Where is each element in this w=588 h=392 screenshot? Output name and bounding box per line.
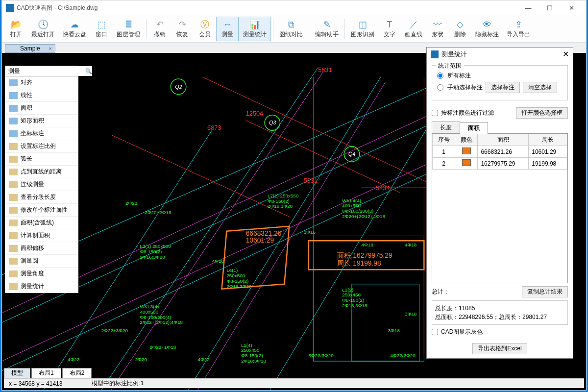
app-icon — [6, 4, 14, 12]
toolbar: 📂打开🕓最近打开☁快看云盘⬚窗口≣图层管理↶撤销↷恢复Ⓥ会员↔测量📊测量统计⧉图… — [2, 15, 586, 43]
toolbar-vip-button[interactable]: Ⓥ会员 — [194, 17, 216, 41]
sidebar-item-label: 坐标标注 — [21, 129, 44, 138]
open-color-picker-button[interactable]: 打开颜色选择框 — [516, 107, 568, 119]
toolbar-cloud-button[interactable]: ☁快看云盘 — [59, 17, 90, 41]
sidebar-item-13[interactable]: 面积偏移 — [5, 242, 78, 255]
sidebar-item-12[interactable]: 计算侧面积 — [5, 229, 78, 242]
panel-close-button[interactable]: ✕ — [563, 49, 569, 59]
sidebar-item-3[interactable]: 矩形面积 — [5, 115, 78, 127]
svg-text:Φ8-100/200(3): Φ8-100/200(3) — [342, 208, 373, 214]
sidebar-item-icon — [9, 232, 18, 239]
svg-text:400x550: 400x550 — [140, 309, 158, 315]
toolbar-measure-button[interactable]: ↔测量 — [216, 17, 239, 41]
svg-text:250x450: 250x450 — [241, 347, 260, 353]
table-row[interactable]: 16668321.2610601.29 — [433, 146, 567, 158]
toolbar-separator — [146, 19, 147, 39]
maximize-button[interactable]: ☐ — [539, 1, 561, 15]
sidebar-item-1[interactable]: 线性 — [5, 89, 78, 102]
toolbar-delete-button[interactable]: ◇删除 — [449, 17, 471, 41]
measure-sidebar: 🔍 对齐线性面积矩形面积坐标标注设置标注比例弧长点到直线的距离连续测量查看分段长… — [5, 66, 78, 293]
select-annotations-button[interactable]: 选择标注 — [486, 82, 520, 93]
radio-manual-select[interactable] — [437, 84, 443, 91]
sidebar-item-label: 计算侧面积 — [21, 231, 50, 240]
layout-tab-1[interactable]: 布局1 — [31, 368, 61, 378]
layout-tabs: 模型布局1布局2 — [4, 368, 92, 378]
sidebar-item-15[interactable]: 测量角度 — [5, 268, 78, 280]
sidebar-item-icon — [9, 156, 18, 163]
sidebar-item-4[interactable]: 坐标标注 — [5, 127, 78, 140]
sidebar-item-2[interactable]: 面积 — [5, 102, 78, 115]
close-button[interactable]: ✕ — [561, 1, 582, 15]
toolbar-label: 恢复 — [176, 30, 188, 39]
toolbar-window-button[interactable]: ⬚窗口 — [90, 17, 113, 41]
svg-text:Φ8-150(2): Φ8-150(2) — [342, 297, 364, 303]
layout-tab-2[interactable]: 布局2 — [62, 368, 92, 378]
toolbar-measure-stats-button[interactable]: 📊测量统计 — [239, 17, 271, 41]
toolbar-label: 隐藏标注 — [475, 30, 499, 39]
svg-text:5434: 5434 — [376, 184, 390, 192]
svg-text:6668321.26: 6668321.26 — [246, 230, 282, 237]
toolbar-layers-button[interactable]: ≣图层管理 — [113, 17, 144, 41]
vip-icon: Ⓥ — [199, 19, 211, 30]
sidebar-item-label: 线性 — [21, 91, 32, 99]
svg-text:2Φ18;3Φ20: 2Φ18;3Φ20 — [268, 203, 293, 209]
color-filter-checkbox[interactable] — [432, 110, 438, 116]
toolbar-undo-button[interactable]: ↶撤销 — [148, 17, 171, 41]
toolbar-compare-button[interactable]: ⧉图纸对比 — [275, 17, 307, 41]
toolbar-hide-annot-button[interactable]: 👁隐藏标注 — [471, 17, 503, 41]
file-tab[interactable]: Sample × — [5, 44, 55, 53]
toolbar-line-button[interactable]: ／画直线 — [401, 17, 426, 41]
toolbar-label: 文字 — [384, 30, 395, 39]
total-label: 总计： — [432, 288, 449, 296]
sidebar-item-label: 设置标注比例 — [21, 142, 56, 150]
hide-annot-icon: 👁 — [481, 19, 493, 30]
svg-text:2Φ18;3Φ18: 2Φ18;3Φ18 — [241, 358, 267, 364]
sidebar-search-input[interactable] — [5, 66, 85, 76]
sidebar-search-button[interactable]: 🔍 — [85, 66, 92, 76]
svg-text:面积:16279975.29: 面积:16279975.29 — [337, 252, 392, 259]
sidebar-item-0[interactable]: 对齐 — [5, 76, 78, 89]
sidebar-item-7[interactable]: 点到直线的距离 — [5, 166, 78, 178]
table-row[interactable]: 216279975.2919199.98 — [433, 158, 567, 170]
toolbar-redo-button[interactable]: ↷恢复 — [171, 17, 194, 41]
sidebar-item-icon — [9, 258, 18, 265]
toolbar-text-button[interactable]: T文字 — [378, 17, 401, 41]
toolbar-recognize-button[interactable]: ◫图形识别 — [347, 17, 378, 41]
svg-text:4Φ18: 4Φ18 — [362, 242, 374, 247]
total-length: 总长度：11085 — [435, 304, 564, 313]
layout-tab-0[interactable]: 模型 — [4, 368, 30, 378]
sidebar-item-11[interactable]: 面积(含弧线) — [5, 217, 78, 229]
clear-selection-button[interactable]: 清空选择 — [523, 82, 557, 93]
sidebar-item-6[interactable]: 弧长 — [5, 153, 78, 166]
gray-cad-checkbox[interactable] — [432, 329, 438, 335]
file-tab-close-icon[interactable]: × — [49, 46, 51, 51]
sidebar-item-16[interactable]: 测量统计 — [5, 280, 78, 293]
copy-total-button[interactable]: 复制总计结果 — [522, 286, 568, 297]
toolbar-import-export-button[interactable]: ⇪导入导出 — [503, 17, 534, 41]
window-icon: ⬚ — [96, 19, 107, 30]
toolbar-label: 最近打开 — [31, 30, 55, 39]
sidebar-item-8[interactable]: 连续测量 — [5, 178, 78, 191]
toolbar-open-button[interactable]: 📂打开 — [5, 17, 27, 41]
toolbar-label: 快看云盘 — [63, 30, 86, 39]
svg-rect-8 — [352, 284, 419, 361]
radio-all-annotations[interactable] — [437, 73, 443, 79]
toolbar-shape-button[interactable]: 〰形状 — [426, 17, 449, 41]
svg-text:250x500: 250x500 — [226, 273, 245, 278]
tab-area[interactable]: 面积 — [460, 122, 488, 134]
svg-text:3Φ18: 3Φ18 — [388, 328, 400, 333]
tab-length[interactable]: 长度 — [432, 122, 460, 133]
minimize-button[interactable]: — — [517, 1, 539, 15]
sidebar-item-10[interactable]: 修改单个标注属性 — [5, 204, 78, 217]
toolbar-recent-button[interactable]: 🕓最近打开 — [27, 17, 59, 41]
toolbar-editor-button[interactable]: ✎编辑助手 — [311, 17, 343, 41]
sidebar-item-14[interactable]: 测量圆 — [5, 255, 78, 268]
sidebar-item-label: 测量角度 — [21, 270, 44, 278]
scope-fieldset: 统计范围 所有标注 手动选择标注 选择标注 清空选择 — [432, 65, 568, 100]
sidebar-item-5[interactable]: 设置标注比例 — [5, 140, 78, 153]
svg-text:4Φ18: 4Φ18 — [405, 242, 417, 247]
export-excel-button[interactable]: 导出表格到Excel — [472, 343, 527, 354]
sidebar-item-9[interactable]: 查看分段长度 — [5, 191, 78, 204]
svg-text:5631: 5631 — [304, 177, 318, 184]
svg-text:Q3: Q3 — [269, 120, 276, 125]
